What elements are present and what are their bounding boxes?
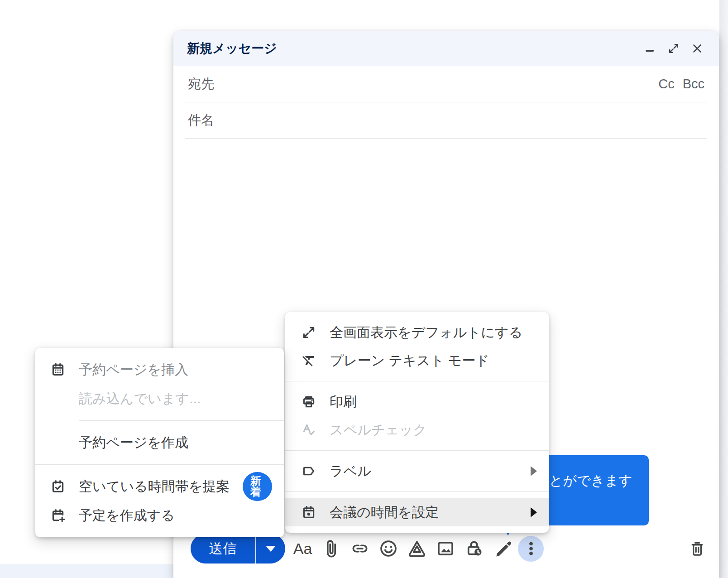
formatting-options-icon: Aa: [293, 540, 312, 558]
formatting-options-button[interactable]: Aa: [290, 536, 316, 562]
page-bottom-strip: [0, 564, 176, 578]
attach-file-icon: [321, 539, 341, 559]
spellcheck-icon: [301, 422, 316, 438]
menu-item-fullscreen-default[interactable]: 全画面表示をデフォルトにする: [285, 318, 549, 347]
menu-item-label: 予約ページを挿入: [79, 361, 188, 379]
bcc-link[interactable]: Bcc: [683, 77, 704, 92]
menu-item-label: 空いている時間帯を提案: [79, 477, 230, 496]
compose-title: 新規メッセージ: [187, 40, 277, 57]
menu-divider: [285, 491, 549, 492]
compose-header: 新規メッセージ: [173, 31, 719, 66]
discard-draft-button[interactable]: [688, 534, 706, 564]
minimize-button[interactable]: [642, 40, 658, 57]
menu-item-label: ラベル: [330, 462, 371, 481]
to-field[interactable]: 宛先 Cc Bcc: [185, 66, 707, 102]
menu-item-label: 全画面表示をデフォルトにする: [330, 323, 522, 342]
menu-item-label: 読み込んでいます...: [79, 390, 201, 408]
confidential-mode-icon: [464, 539, 484, 559]
compose-options-menu: 全画面表示をデフォルトにする プレーン テキスト モード 印刷 スペルチェック …: [285, 312, 549, 533]
insert-from-drive-icon: [407, 539, 427, 559]
menu-item-propose-times[interactable]: 空いている時間帯を提案 新着: [35, 472, 284, 501]
menu-item-spell-check: スペルチェック: [285, 416, 549, 444]
menu-divider: [285, 450, 549, 451]
insert-signature-button[interactable]: [489, 536, 515, 562]
send-button[interactable]: 送信: [191, 534, 255, 564]
cc-link[interactable]: Cc: [658, 77, 674, 92]
menu-item-label-submenu[interactable]: ラベル: [285, 457, 549, 485]
new-badge: 新着: [243, 472, 272, 501]
event-available-icon: [50, 479, 66, 494]
calendar-add-icon: [50, 508, 66, 523]
subject-label: 件名: [188, 111, 214, 130]
cc-bcc-links: Cc Bcc: [658, 77, 704, 92]
more-send-options-button[interactable]: [518, 536, 544, 562]
menu-item-label: 印刷: [330, 393, 357, 411]
insert-photo-button[interactable]: [432, 536, 458, 562]
insert-emoticon-button[interactable]: [375, 536, 401, 562]
insert-from-drive-button[interactable]: [404, 536, 430, 562]
menu-item-label: 予定を作成する: [79, 506, 175, 525]
meeting-submenu: 予約ページを挿入 読み込んでいます... 予約ページを作成 空いている時間帯を提…: [35, 348, 284, 537]
menu-item-label: プレーン テキスト モード: [330, 352, 489, 370]
expand-button[interactable]: [666, 40, 682, 57]
menu-item-plain-text-mode[interactable]: プレーン テキスト モード: [285, 347, 549, 375]
confidential-mode-button[interactable]: [461, 536, 487, 562]
menu-item-insert-booking-page: 予約ページを挿入: [35, 355, 284, 384]
label-icon: [301, 463, 316, 479]
insert-signature-icon: [493, 539, 512, 559]
toolbar-icons: Aa: [290, 534, 544, 564]
calendar-month-icon: [50, 362, 66, 377]
menu-item-create-event[interactable]: 予定を作成する: [35, 501, 284, 530]
promo-tooltip-text: ことができます: [535, 472, 632, 525]
submenu-arrow-icon: [531, 466, 537, 476]
more-options-icon: [522, 539, 540, 558]
subject-field[interactable]: 件名: [185, 102, 707, 139]
calendar-event-icon: [301, 505, 316, 520]
attach-file-button[interactable]: [318, 536, 344, 562]
insert-photo-icon: [436, 539, 455, 559]
menu-item-loading: 読み込んでいます...: [35, 384, 284, 413]
close-button[interactable]: [689, 40, 705, 57]
chevron-down-icon: [266, 546, 276, 552]
open-in-full-icon: [667, 42, 680, 55]
menu-item-label: 会議の時間を設定: [330, 503, 439, 522]
window-controls: [642, 40, 705, 57]
send-split-button: 送信: [191, 534, 285, 564]
plain-text-icon: [301, 353, 316, 368]
to-label: 宛先: [188, 75, 214, 93]
menu-item-set-meeting-time[interactable]: 会議の時間を設定: [285, 498, 549, 526]
open-in-full-icon: [301, 325, 316, 340]
insert-link-button[interactable]: [347, 536, 373, 562]
menu-divider: [35, 464, 284, 465]
send-label: 送信: [209, 539, 237, 558]
menu-divider: [79, 420, 284, 421]
submenu-arrow-icon: [531, 507, 537, 517]
menu-item-create-booking-page[interactable]: 予約ページを作成: [35, 428, 284, 457]
insert-link-icon: [350, 539, 370, 559]
print-icon: [301, 394, 316, 409]
page-right-gutter: [719, 0, 728, 578]
menu-item-label: 予約ページを作成: [79, 434, 188, 452]
insert-emoticon-icon: [378, 539, 398, 559]
send-options-button[interactable]: [256, 534, 285, 564]
menu-divider: [285, 381, 549, 381]
menu-item-print[interactable]: 印刷: [285, 388, 549, 416]
menu-item-label: スペルチェック: [330, 421, 427, 439]
close-icon: [691, 42, 704, 55]
trash-icon: [688, 539, 706, 558]
minimize-icon: [644, 42, 656, 55]
